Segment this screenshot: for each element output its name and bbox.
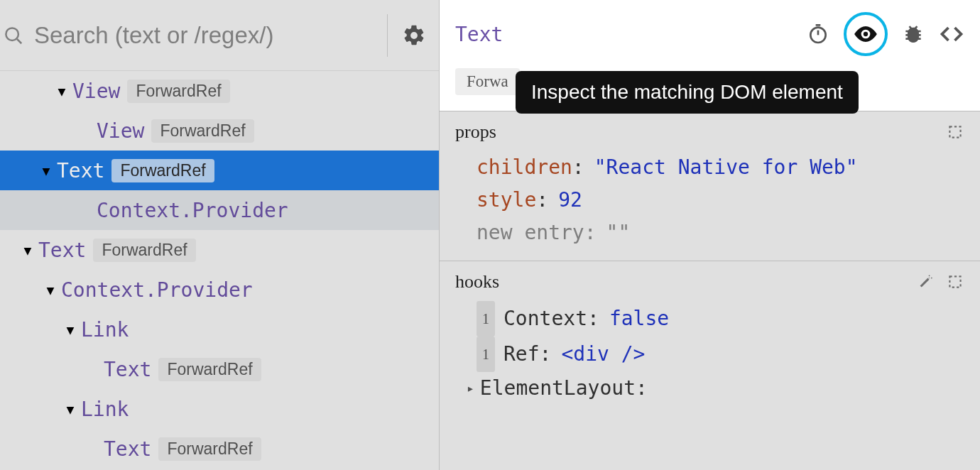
prop-style[interactable]: style: 92 bbox=[455, 184, 964, 217]
hoc-badge: ForwardRef bbox=[158, 358, 261, 381]
component-name: Link bbox=[81, 318, 129, 341]
search-input[interactable] bbox=[34, 22, 373, 49]
hook-index: 1 bbox=[477, 337, 495, 372]
hoc-badge: ForwardRef bbox=[93, 239, 195, 262]
hook-elementlayout[interactable]: ▸ElementLayout: bbox=[455, 372, 964, 405]
copy-icon[interactable] bbox=[946, 273, 964, 291]
divider bbox=[387, 14, 388, 57]
tree-row-view[interactable]: ViewForwardRef bbox=[0, 111, 439, 151]
component-name: Context.Provider bbox=[61, 278, 253, 302]
selected-component-name: Text bbox=[455, 23, 807, 46]
tooltip: Inspect the matching DOM element bbox=[516, 71, 859, 114]
component-name: Text bbox=[104, 437, 151, 461]
component-name: View bbox=[72, 80, 120, 103]
props-heading: props bbox=[455, 121, 946, 143]
disclosure-triangle-icon[interactable]: ▼ bbox=[64, 402, 77, 417]
disclosure-triangle-icon[interactable]: ▼ bbox=[64, 322, 77, 337]
svg-point-5 bbox=[864, 32, 868, 36]
component-name: View bbox=[97, 119, 144, 143]
view-source-icon[interactable] bbox=[939, 21, 964, 47]
tree-row-link[interactable]: ▼Link bbox=[0, 310, 439, 349]
svg-line-1 bbox=[17, 39, 21, 43]
svg-point-0 bbox=[6, 28, 18, 40]
svg-rect-6 bbox=[949, 126, 960, 137]
tree-row-text[interactable]: TextForwardRef bbox=[0, 349, 439, 389]
detail-toolbar bbox=[807, 12, 964, 56]
tree-row-text[interactable]: ▼TextForwardRef bbox=[0, 230, 439, 270]
gear-icon[interactable] bbox=[402, 23, 426, 48]
disclosure-triangle-icon[interactable]: ▼ bbox=[55, 84, 68, 99]
rendered-by-badge: Forwa bbox=[455, 68, 520, 95]
hooks-section: hooks 1Context:false1Ref:<div />▸Element… bbox=[440, 261, 980, 416]
disclosure-triangle-icon[interactable]: ▼ bbox=[21, 243, 34, 258]
components-tree-panel: ▼ViewForwardRefViewForwardRef▼TextForwar… bbox=[0, 0, 439, 470]
hook-ref[interactable]: 1Ref:<div /> bbox=[455, 337, 964, 372]
prop-children[interactable]: children: "React Native for Web" bbox=[455, 151, 964, 184]
tree-row-view[interactable]: ▼ViewForwardRef bbox=[0, 71, 439, 111]
magic-wand-icon[interactable] bbox=[915, 273, 933, 291]
tree-row-text[interactable]: TextForwardRef bbox=[0, 429, 439, 469]
hook-index: 1 bbox=[477, 301, 495, 337]
search-icon bbox=[3, 25, 24, 46]
props-section: props children: "React Native for Web" s… bbox=[440, 111, 980, 261]
hoc-badge: ForwardRef bbox=[127, 80, 229, 103]
component-tree: ▼ViewForwardRefViewForwardRef▼TextForwar… bbox=[0, 71, 439, 469]
disclosure-triangle-icon[interactable]: ▼ bbox=[40, 163, 53, 178]
search-bar bbox=[0, 0, 439, 71]
hook-context[interactable]: 1Context:false bbox=[455, 301, 964, 337]
inspect-dom-button[interactable] bbox=[844, 12, 888, 56]
hooks-heading: hooks bbox=[455, 271, 915, 293]
tree-row-context-provider[interactable]: ▼Context.Provider bbox=[0, 270, 439, 310]
detail-panel: Text Forwa Inspect the matching DOM elem… bbox=[439, 0, 980, 470]
component-name: Text bbox=[57, 159, 104, 182]
svg-point-2 bbox=[810, 28, 825, 43]
component-name: Context.Provider bbox=[97, 199, 288, 222]
prop-new-entry[interactable]: new entry: "" bbox=[455, 217, 964, 249]
hoc-badge: ForwardRef bbox=[111, 159, 214, 182]
tree-row-context-provider[interactable]: Context.Provider bbox=[0, 190, 439, 230]
component-name: Link bbox=[81, 398, 129, 421]
tree-row-link[interactable]: ▼Link bbox=[0, 389, 439, 429]
copy-icon[interactable] bbox=[946, 123, 964, 141]
disclosure-triangle-icon[interactable]: ▼ bbox=[44, 283, 57, 297]
disclosure-triangle-icon[interactable]: ▸ bbox=[467, 372, 474, 405]
bug-icon[interactable] bbox=[902, 23, 925, 45]
component-name: Text bbox=[104, 358, 151, 381]
hoc-badge: ForwardRef bbox=[158, 437, 261, 461]
tree-row-text[interactable]: ▼TextForwardRef bbox=[0, 151, 439, 190]
component-name: Text bbox=[38, 239, 86, 262]
suspend-icon[interactable] bbox=[807, 23, 829, 45]
svg-rect-7 bbox=[949, 276, 960, 287]
hoc-badge: ForwardRef bbox=[151, 119, 254, 143]
